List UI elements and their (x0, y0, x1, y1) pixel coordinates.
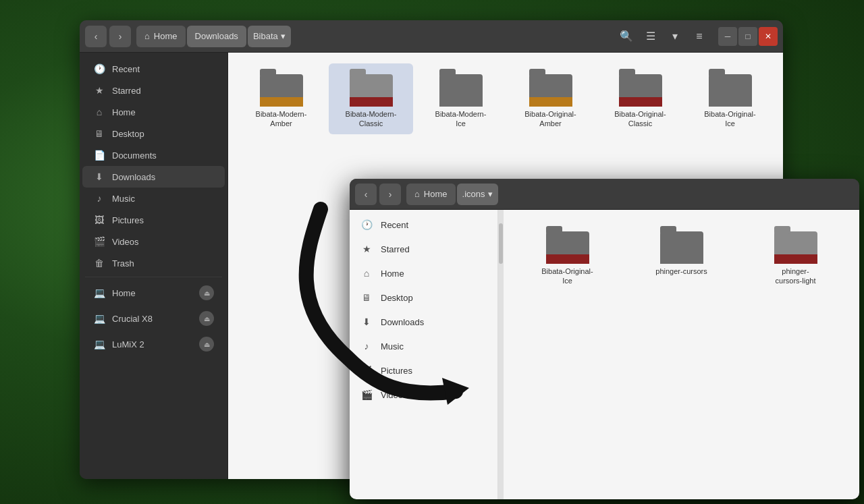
sidebar-label-desktop: Desktop (112, 129, 144, 139)
popup-chevron-down-icon: ▾ (488, 189, 493, 199)
popup-file-grid: Bibata-Original-Ice phinger-cursors phin (504, 210, 859, 499)
view-options-button[interactable]: ▾ (664, 26, 686, 47)
sidebar: 🕐 Recent ★ Starred ⌂ Home 🖥 Desktop 📄 Do… (80, 53, 228, 479)
popup-file-name-phinger-cursors-light: phinger-cursors-light (769, 267, 823, 286)
file-name-bibata-original-classic: Bibata-Original-Classic (614, 109, 668, 129)
svg-rect-13 (619, 69, 635, 77)
file-name-bibata-modern-amber: Bibata-Modern-Amber (254, 109, 308, 129)
sidebar-item-documents[interactable]: 📄 Documents (82, 144, 225, 166)
dropdown-label-videos: Videos (381, 390, 408, 400)
popup-toolbar: ‹ › ⌂ Home .icons ▾ (350, 179, 859, 210)
file-item-bibata-original-ice[interactable]: Bibata-Original-Ice (688, 63, 772, 134)
trash-icon: 🗑 (93, 258, 105, 269)
file-item-bibata-original-amber[interactable]: Bibata-Original-Amber (508, 63, 593, 134)
sidebar-label-home: Home (112, 107, 136, 117)
desktop-icon: 🖥 (93, 128, 105, 139)
svg-rect-11 (529, 97, 572, 107)
sidebar-item-pictures[interactable]: 🖼 Pictures (82, 209, 225, 231)
folder-icon-orig-amber (529, 69, 572, 107)
popup-back-button[interactable]: ‹ (355, 184, 377, 205)
file-name-bibata-original-amber: Bibata-Original-Amber (524, 109, 578, 129)
close-button[interactable]: ✕ (759, 27, 778, 46)
list-view-button[interactable]: ☰ (640, 26, 662, 47)
popup-file-phinger-cursors[interactable]: phinger-cursors (628, 221, 734, 291)
dropdown-item-starred[interactable]: ★ Starred (350, 237, 497, 261)
menu-button[interactable]: ≡ (688, 26, 710, 47)
popup-scrollbar[interactable] (498, 210, 504, 499)
file-item-bibata-modern-classic[interactable]: Bibata-Modern-Classic (329, 63, 413, 134)
dropdown-item-recent[interactable]: 🕐 Recent (350, 213, 497, 237)
chevron-down-icon: ▾ (281, 31, 286, 41)
sidebar-item-lumix[interactable]: 💻 LuMiX 2 ⏏ (82, 331, 225, 357)
svg-rect-24 (660, 254, 703, 264)
popup-home-icon: ⌂ (414, 189, 420, 199)
dropdown-label-starred: Starred (381, 244, 410, 254)
window-controls: ─ □ ✕ (718, 27, 778, 46)
sidebar-item-recent[interactable]: 🕐 Recent (82, 58, 225, 80)
minimize-button[interactable]: ─ (718, 27, 737, 46)
home-drive-icon: 💻 (93, 287, 105, 298)
popup-folder-icon-ice (546, 226, 589, 264)
file-name-bibata-modern-classic: Bibata-Modern-Classic (344, 109, 398, 129)
popup-icons-dropdown[interactable]: .icons ▾ (457, 184, 498, 205)
dropdown-label-pictures: Pictures (381, 366, 412, 376)
dropdown-menu: 🕐 Recent ★ Starred ⌂ Home 🖥 Desktop ⬇ Do… (350, 210, 498, 499)
dropdown-label-home: Home (381, 269, 404, 279)
forward-button[interactable]: › (109, 26, 131, 47)
popup-window: ‹ › ⌂ Home .icons ▾ 🕐 Recent ★ Starred (350, 179, 859, 499)
eject-lumix-button[interactable]: ⏏ (199, 337, 214, 352)
sidebar-label-home-drive: Home (112, 288, 136, 298)
popup-home-breadcrumb[interactable]: ⌂ Home (406, 184, 456, 205)
breadcrumb: ⌂ Home Downloads Bibata ▾ (136, 26, 291, 47)
file-item-bibata-modern-amber[interactable]: Bibata-Modern-Amber (239, 63, 323, 134)
sidebar-item-starred[interactable]: ★ Starred (82, 80, 225, 101)
sidebar-label-lumix: LuMiX 2 (112, 339, 144, 349)
sidebar-item-crucial[interactable]: 💻 Crucial X8 ⏏ (82, 306, 225, 331)
popup-file-bibata-original-ice[interactable]: Bibata-Original-Ice (514, 221, 620, 291)
dropdown-videos-icon: 🎬 (360, 389, 373, 400)
bibata-dropdown[interactable]: Bibata ▾ (248, 26, 291, 47)
popup-forward-button[interactable]: › (379, 184, 401, 205)
dropdown-desktop-icon: 🖥 (360, 292, 373, 303)
sidebar-item-home[interactable]: ⌂ Home (82, 101, 225, 123)
dropdown-item-pictures[interactable]: 🖼 Pictures (350, 358, 497, 383)
sidebar-label-music: Music (112, 194, 135, 204)
dropdown-item-desktop[interactable]: 🖥 Desktop (350, 285, 497, 310)
dropdown-item-home[interactable]: ⌂ Home (350, 261, 497, 285)
folder-icon-orig-classic (619, 69, 662, 107)
sidebar-item-desktop[interactable]: 🖥 Desktop (82, 123, 225, 144)
sidebar-item-music[interactable]: ♪ Music (82, 188, 225, 209)
search-button[interactable]: 🔍 (616, 26, 637, 47)
downloads-breadcrumb[interactable]: Downloads (187, 26, 246, 47)
popup-file-phinger-cursors-light[interactable]: phinger-cursors-light (742, 221, 848, 291)
svg-rect-17 (709, 97, 752, 107)
dropdown-label-music: Music (381, 341, 404, 352)
popup-scrollbar-thumb[interactable] (499, 223, 503, 264)
dropdown-home-icon: ⌂ (360, 268, 373, 279)
eject-home-button[interactable]: ⏏ (199, 285, 214, 300)
dropdown-item-videos[interactable]: 🎬 Videos (350, 383, 497, 407)
file-item-bibata-original-classic[interactable]: Bibata-Original-Classic (598, 63, 682, 134)
sidebar-label-crucial: Crucial X8 (112, 314, 153, 324)
popup-file-name-bibata-original-ice: Bibata-Original-Ice (541, 267, 595, 286)
home-icon: ⌂ (93, 107, 105, 117)
downloads-icon: ⬇ (93, 171, 105, 182)
file-item-bibata-modern-ice[interactable]: Bibata-Modern-Ice (418, 63, 503, 134)
sidebar-item-downloads[interactable]: ⬇ Downloads (82, 166, 225, 188)
sidebar-item-trash[interactable]: 🗑 Trash (82, 252, 225, 274)
eject-crucial-button[interactable]: ⏏ (199, 311, 214, 326)
back-button[interactable]: ‹ (85, 26, 107, 47)
dropdown-item-music[interactable]: ♪ Music (350, 334, 497, 358)
sidebar-item-home-drive[interactable]: 💻 Home ⏏ (82, 280, 225, 306)
svg-rect-26 (774, 226, 790, 234)
popup-breadcrumb: ⌂ Home .icons ▾ (406, 184, 498, 205)
folder-icon-orig-ice (709, 69, 752, 107)
svg-rect-20 (546, 226, 562, 234)
home-breadcrumb[interactable]: ⌂ Home (136, 26, 186, 47)
dropdown-item-downloads[interactable]: ⬇ Downloads (350, 310, 497, 334)
folder-icon-amber (260, 69, 303, 107)
sidebar-item-videos[interactable]: 🎬 Videos (82, 231, 225, 252)
maximize-button[interactable]: □ (738, 27, 757, 46)
file-name-bibata-original-ice: Bibata-Original-Ice (703, 109, 757, 129)
popup-folder-icon-phinger (660, 226, 703, 264)
